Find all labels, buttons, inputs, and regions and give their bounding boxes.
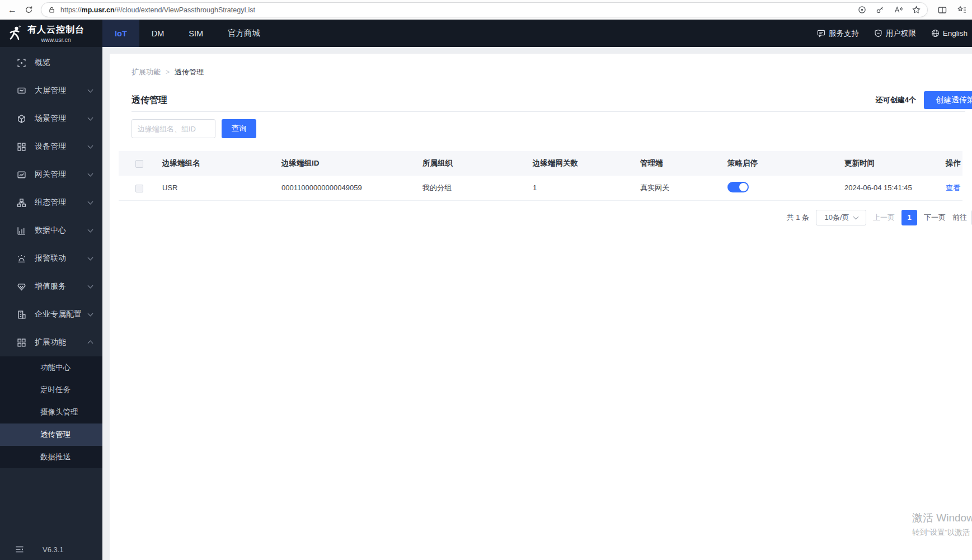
sidebar-item-alarm[interactable]: 报警联动 xyxy=(0,244,102,272)
location-icon[interactable] xyxy=(858,6,866,14)
next-page-button[interactable]: 下一页 xyxy=(924,213,946,223)
sidebar-item-label: 组态管理 xyxy=(35,197,88,208)
sidebar-item-label: 设备管理 xyxy=(35,142,88,152)
jump-to-label: 前往 xyxy=(952,213,967,223)
extend-submenu: 功能中心 定时任务 摄像头管理 透传管理 数据推送 xyxy=(0,356,102,468)
col-strategy-switch: 策略启停 xyxy=(727,151,844,176)
app-subtitle: www.usr.cn xyxy=(41,36,71,43)
chevron-down-icon xyxy=(853,214,858,219)
sidebar-item-scada[interactable]: 组态管理 xyxy=(0,189,102,217)
lock-icon xyxy=(48,6,55,13)
col-updated-time: 更新时间 xyxy=(844,151,946,176)
col-actions: 操作 xyxy=(946,151,962,176)
breadcrumb-parent[interactable]: 扩展功能 xyxy=(132,68,161,76)
tab-iot[interactable]: IoT xyxy=(102,20,139,47)
sidebar-item-label: 大屏管理 xyxy=(35,86,88,96)
chevron-up-icon xyxy=(88,341,93,346)
submenu-item-scheduled-tasks[interactable]: 定时任务 xyxy=(0,379,102,401)
split-screen-icon[interactable] xyxy=(938,6,947,15)
cell-manager: 真实网关 xyxy=(640,176,727,200)
service-support[interactable]: 服务支持 xyxy=(817,29,859,39)
password-key-icon[interactable] xyxy=(876,6,884,14)
sidebar-item-extend[interactable]: 扩展功能 xyxy=(0,328,102,356)
row-checkbox[interactable] xyxy=(135,185,143,192)
url-text[interactable]: https://mp.usr.cn/#/cloud/extend/ViewPas… xyxy=(60,6,853,14)
sidebar-item-label: 场景管理 xyxy=(35,114,88,124)
sidebar-item-gateway[interactable]: 网关管理 xyxy=(0,161,102,189)
sidebar-item-overview[interactable]: 概览 xyxy=(0,49,102,77)
toggle-knob xyxy=(739,183,748,191)
gateway-icon xyxy=(17,170,26,180)
search-input[interactable] xyxy=(132,119,215,138)
chevron-down-icon xyxy=(88,143,93,149)
chevron-down-icon xyxy=(88,227,93,233)
submenu-item-data-push[interactable]: 数据推送 xyxy=(0,446,102,468)
cell-gateway-count: 1 xyxy=(533,176,640,200)
create-passthrough-strategy-button[interactable]: 创建透传策略 xyxy=(924,91,972,109)
chevron-down-icon xyxy=(88,115,93,121)
sidebar-item-label: 增值服务 xyxy=(35,281,88,291)
bigscreen-icon xyxy=(17,86,26,96)
sidebar-item-scene[interactable]: 场景管理 xyxy=(0,105,102,133)
version-label: V6.3.1 xyxy=(43,545,64,554)
chevron-down-icon xyxy=(88,87,93,93)
sidebar-item-label: 报警联动 xyxy=(35,253,88,263)
pagination: 共 1 条 10条/页 上一页 1 下一页 前往 xyxy=(119,210,972,225)
quota-remaining-text: 还可创建4个 xyxy=(876,95,916,105)
value-service-icon xyxy=(17,282,26,291)
cell-group-id: 00011000000000049059 xyxy=(281,176,422,200)
cell-group-name: USR xyxy=(162,176,281,200)
sidebar-item-enterprise[interactable]: 企业专属配置 xyxy=(0,300,102,328)
chevron-down-icon xyxy=(88,255,93,261)
chevron-down-icon xyxy=(88,283,93,289)
user-permissions[interactable]: 用户权限 xyxy=(874,29,916,39)
sidebar-item-label: 数据中心 xyxy=(35,225,88,236)
col-group-name: 边缘端组名 xyxy=(162,151,281,176)
tab-sim[interactable]: SIM xyxy=(176,20,215,47)
select-all-checkbox[interactable] xyxy=(135,160,143,168)
submenu-item-function-center[interactable]: 功能中心 xyxy=(0,356,102,379)
search-button[interactable]: 查询 xyxy=(222,119,256,138)
back-icon[interactable]: ← xyxy=(8,6,17,15)
sidebar-item-value-service[interactable]: 增值服务 xyxy=(0,272,102,300)
chevron-down-icon xyxy=(88,311,93,317)
col-organization: 所属组织 xyxy=(422,151,533,176)
submenu-item-camera-management[interactable]: 摄像头管理 xyxy=(0,401,102,423)
app-title: 有人云控制台 xyxy=(27,24,84,36)
view-link[interactable]: 查看 xyxy=(946,183,960,192)
address-bar[interactable]: https://mp.usr.cn/#/cloud/extend/ViewPas… xyxy=(41,2,928,17)
favorite-star-icon[interactable] xyxy=(912,6,921,14)
logo[interactable]: 有人云控制台 www.usr.cn xyxy=(0,20,102,47)
cell-organization: 我的分组 xyxy=(422,176,533,200)
read-aloud-icon[interactable] xyxy=(894,6,903,14)
strategy-table: 边缘端组名 边缘端组ID 所属组织 边缘端网关数 管理端 策略启停 更新时间 操… xyxy=(119,151,962,225)
scene-icon xyxy=(17,114,26,124)
breadcrumb-separator: > xyxy=(166,68,170,76)
cell-updated-time: 2024-06-04 15:41:45 xyxy=(844,176,946,200)
strategy-enabled-toggle[interactable] xyxy=(727,182,749,192)
prev-page-button[interactable]: 上一页 xyxy=(873,213,895,223)
sidebar-item-bigscreen[interactable]: 大屏管理 xyxy=(0,77,102,105)
scada-icon xyxy=(17,198,26,208)
collections-icon[interactable] xyxy=(957,6,966,15)
tab-official-mall[interactable]: 官方商城 xyxy=(215,20,273,47)
page-size-select[interactable]: 10条/页 xyxy=(816,210,866,225)
submenu-item-passthrough-management[interactable]: 透传管理 xyxy=(0,423,102,446)
chat-icon xyxy=(817,29,825,37)
sidebar-item-device[interactable]: 设备管理 xyxy=(0,133,102,161)
main-panel: 扩展功能>透传管理 透传管理 还可创建4个 创建透传策略 查询 xyxy=(110,54,972,560)
total-count-text: 共 1 条 xyxy=(787,213,809,223)
sidebar-item-datacenter[interactable]: 数据中心 xyxy=(0,217,102,244)
page-number-1[interactable]: 1 xyxy=(901,210,917,225)
table-header-row: 边缘端组名 边缘端组ID 所属组织 边缘端网关数 管理端 策略启停 更新时间 操… xyxy=(119,151,962,176)
extend-icon xyxy=(17,338,26,347)
top-navbar: 有人云控制台 www.usr.cn IoT DM SIM 官方商城 服务支持 用… xyxy=(0,20,972,47)
refresh-icon[interactable] xyxy=(25,6,33,14)
tab-dm[interactable]: DM xyxy=(139,20,177,47)
table-row: USR 00011000000000049059 我的分组 1 真实网关 202… xyxy=(119,176,962,200)
col-manager: 管理端 xyxy=(640,151,727,176)
collapse-sidebar-icon[interactable] xyxy=(15,545,24,553)
sidebar: 概览 大屏管理 场景管理 设备管理 网关管理 组态管理 xyxy=(0,47,102,560)
chevron-down-icon xyxy=(88,171,93,177)
language-switch[interactable]: English xyxy=(931,29,968,37)
